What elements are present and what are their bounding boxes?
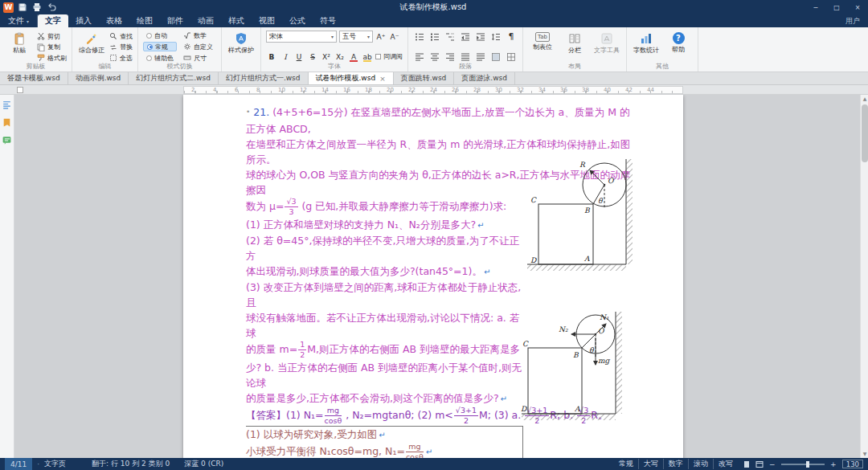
document-line[interactable]: 的质量 m=12M,则正方体的右侧面 AB 到墙壁的最大距离是多 bbox=[246, 341, 523, 360]
document-tab[interactable]: 动画示例.wsd bbox=[68, 72, 129, 84]
font-family-select[interactable]: 宋体▾ bbox=[266, 31, 337, 43]
undo-icon[interactable] bbox=[47, 2, 56, 12]
page[interactable]: •21. (4+5+6=15分) 在竖直墙壁的左侧水平地面上,放置一个边长为 a… bbox=[183, 95, 683, 458]
menu-tab[interactable]: 动画 bbox=[190, 14, 221, 27]
columns-button[interactable]: 分栏 bbox=[560, 31, 589, 54]
user-label[interactable]: 用户 bbox=[845, 14, 860, 27]
figure-problem-diagram[interactable]: R O θ C B D A bbox=[524, 157, 637, 278]
zoom-in-button[interactable]: + bbox=[829, 460, 837, 468]
minimize-button[interactable]: ─ bbox=[805, 0, 826, 14]
text-tool-button[interactable]: 文字工具 bbox=[592, 31, 621, 54]
multilevel-list-button[interactable] bbox=[444, 31, 457, 43]
document-line[interactable]: (1) 以球为研究对象,受力如图↵ bbox=[246, 426, 523, 443]
find-button[interactable]: 查找 bbox=[109, 31, 133, 41]
document-tab[interactable]: 页面游泳.wsd bbox=[454, 72, 515, 84]
menu-tab[interactable]: 部件 bbox=[160, 14, 190, 27]
document-line[interactable]: (2) 若 θ=45°,保持球的半径不变,只增大球的质量,为了不让正方 bbox=[246, 233, 523, 264]
mode-custom-option[interactable]: 自定义 bbox=[180, 42, 216, 51]
maximize-button[interactable]: □ bbox=[826, 0, 847, 14]
italic-button[interactable]: I bbox=[280, 51, 291, 63]
document-line[interactable]: (3) 改变正方体到墙壁之间的距离,球和正方体都处于静止状态,且 bbox=[246, 280, 523, 310]
document-line[interactable]: (1) 正方体和墙壁对球的支持力 N₁、N₂分别是多大?↵ bbox=[246, 217, 523, 233]
highlight-button[interactable]: ab bbox=[362, 51, 373, 63]
status-toggle[interactable]: 大写 bbox=[638, 459, 663, 469]
copy-button[interactable]: 复制 bbox=[37, 43, 67, 52]
document-canvas[interactable]: •21. (4+5+6=15分) 在竖直墙壁的左侧水平地面上,放置一个边长为 a… bbox=[14, 95, 860, 458]
page-indicator[interactable]: 4/11 bbox=[5, 458, 32, 470]
menu-tab[interactable]: 样式 bbox=[221, 14, 252, 27]
save-icon[interactable] bbox=[18, 2, 27, 12]
tab-stop-selector[interactable] bbox=[17, 87, 23, 93]
tab-close-icon[interactable]: × bbox=[379, 75, 386, 83]
paragraph-mark-button[interactable]: ¶ bbox=[505, 31, 518, 43]
help-button[interactable]: ? 帮助 bbox=[664, 31, 693, 53]
grow-font-button[interactable]: A⁺ bbox=[375, 31, 387, 43]
scroll-up-icon[interactable]: ▲ bbox=[861, 95, 868, 103]
zoom-level[interactable]: 130 bbox=[842, 460, 863, 468]
menu-tab[interactable]: 绘图 bbox=[129, 14, 160, 27]
document-line[interactable]: •21. (4+5+6=15分) 在竖直墙壁的左侧水平地面上,放置一个边长为 a… bbox=[246, 104, 637, 137]
shrink-font-button[interactable]: A⁻ bbox=[389, 31, 400, 43]
view-web-icon[interactable] bbox=[755, 460, 764, 468]
status-toggle[interactable]: 滚动 bbox=[688, 459, 713, 469]
align-center-button[interactable] bbox=[428, 51, 441, 63]
paste-button[interactable]: 粘贴 bbox=[5, 31, 34, 54]
font-size-select[interactable]: 五号▾ bbox=[339, 31, 373, 43]
bullets-button[interactable] bbox=[413, 31, 426, 43]
outline-panel-icon[interactable] bbox=[2, 100, 12, 110]
mode-math-option[interactable]: 数学 bbox=[180, 31, 216, 40]
zoom-out-button[interactable]: − bbox=[768, 460, 776, 468]
superscript-button[interactable]: X² bbox=[321, 51, 332, 63]
document-line[interactable]: 少? b. 当正方体的右侧面 AB 到墙壁的距离小于某个值时,则无论球 bbox=[246, 360, 523, 390]
indent-increase-button[interactable] bbox=[474, 31, 487, 43]
close-button[interactable]: × bbox=[847, 0, 868, 14]
figure-force-diagram[interactable]: N₁ N₂ mg O θ C B D A bbox=[520, 310, 624, 431]
subscript-button[interactable]: X₂ bbox=[334, 51, 346, 63]
menu-tab[interactable]: 插入 bbox=[68, 14, 99, 27]
document-tab[interactable]: 试卷制作模板.wsd× bbox=[309, 72, 394, 84]
align-left-button[interactable] bbox=[413, 51, 426, 63]
status-toggle[interactable]: 数字 bbox=[663, 459, 688, 469]
indent-decrease-button[interactable] bbox=[459, 31, 472, 43]
document-tab[interactable]: 页面跳转.wsd bbox=[394, 72, 455, 84]
status-toggle[interactable]: 常规 bbox=[614, 459, 638, 469]
document-line[interactable]: 小球受力平衡得 N₁cosθ=mg, N₁=mgcosθ↵ bbox=[246, 443, 523, 458]
justify-button[interactable] bbox=[459, 51, 472, 63]
document-line[interactable]: 球没有触落地面。若不让正方体出现滑动,讨论以下情况: a. 若球 bbox=[246, 310, 523, 341]
zoom-slider-thumb[interactable] bbox=[806, 461, 809, 468]
strikethrough-button[interactable]: S bbox=[307, 51, 318, 63]
tab-stop-button[interactable]: Tab 制表位 bbox=[528, 31, 557, 51]
status-toggle[interactable]: 改写 bbox=[713, 459, 738, 469]
bookmark-panel-icon[interactable] bbox=[2, 117, 12, 128]
menu-tab[interactable]: 表格 bbox=[99, 14, 129, 27]
view-mode-label[interactable]: 文字页 bbox=[44, 459, 66, 469]
view-page-icon[interactable] bbox=[743, 460, 751, 468]
numbering-button[interactable] bbox=[428, 31, 441, 43]
underline-button[interactable]: U bbox=[293, 51, 305, 63]
font-option-checkbox[interactable] bbox=[375, 54, 381, 59]
word-count-button[interactable]: 字数统计 bbox=[632, 31, 661, 54]
bold-button[interactable]: B bbox=[266, 51, 277, 63]
document-tab[interactable]: 答题卡模板.wsd bbox=[0, 72, 68, 84]
zoom-slider[interactable] bbox=[781, 464, 825, 465]
shading-button[interactable] bbox=[489, 51, 502, 63]
font-color-button[interactable]: A bbox=[348, 51, 359, 63]
style-protect-button[interactable]: 样式保护 bbox=[227, 31, 256, 54]
comment-panel-icon[interactable] bbox=[2, 135, 12, 145]
menu-tab[interactable]: 文字 bbox=[38, 14, 68, 27]
menu-tab[interactable]: 符号 bbox=[313, 14, 343, 27]
auto-fix-button[interactable]: 综合修正 bbox=[77, 31, 106, 54]
print-icon[interactable] bbox=[32, 2, 42, 12]
document-line[interactable]: 的质量是多少,正方体都不会滑动,则这个距离的值是多少?↵ bbox=[246, 390, 523, 407]
line-spacing-button[interactable] bbox=[489, 31, 502, 43]
mode-auto-option[interactable]: 自动 bbox=[143, 31, 177, 40]
mode-normal-option[interactable]: 常规 bbox=[143, 42, 177, 51]
scrollbar-thumb[interactable] bbox=[862, 104, 868, 162]
app-logo[interactable]: W bbox=[3, 2, 14, 13]
align-right-button[interactable] bbox=[444, 51, 457, 63]
replace-button[interactable]: 替换 bbox=[109, 43, 133, 52]
vertical-scrollbar[interactable]: ▲ ▼ bbox=[860, 95, 868, 458]
menu-tab[interactable]: 视图 bbox=[252, 14, 282, 27]
scroll-down-icon[interactable]: ▼ bbox=[861, 450, 868, 458]
distribute-button[interactable] bbox=[474, 51, 487, 63]
